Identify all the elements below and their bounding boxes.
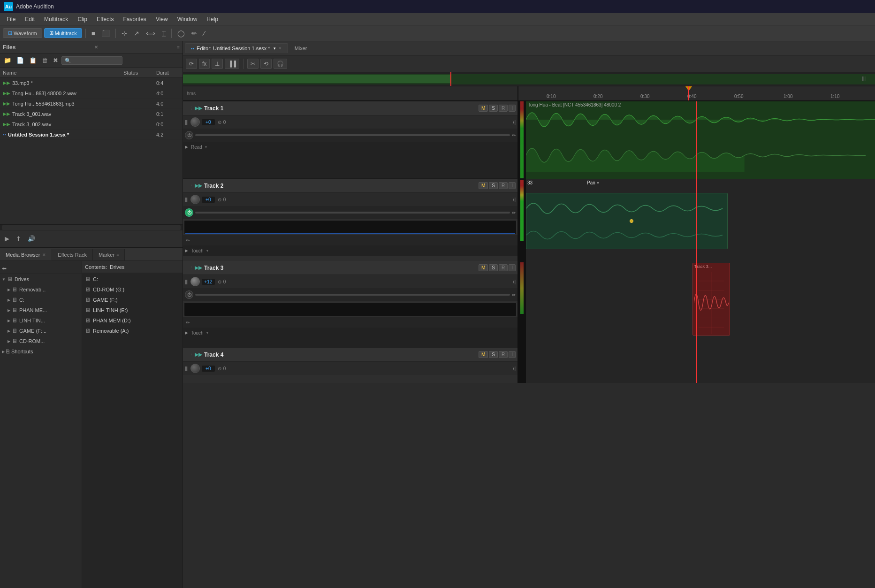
tree-item-cdrom[interactable]: ▶ 🖥 CD-ROM... — [0, 336, 82, 346]
pencil-icon-2b[interactable]: ✏ — [186, 238, 190, 243]
menu-multitrack[interactable]: Multitrack — [39, 15, 73, 23]
list-item[interactable]: 🖥 GAME (F:) — [82, 295, 183, 305]
tree-item-drives[interactable]: ▼ 🖥 Drives — [0, 274, 82, 284]
track-1-solo-button[interactable]: S — [489, 105, 498, 112]
eraser-tool[interactable]: ∕ — [201, 28, 207, 38]
menu-favorites[interactable]: Favorites — [119, 15, 151, 23]
list-item[interactable]: ▶▶ Track 3_001.wav 0:1 — [0, 109, 183, 119]
track-4-solo-button[interactable]: S — [489, 351, 498, 358]
col-duration-header[interactable]: Durat — [156, 70, 180, 76]
track-1-clip[interactable]: Tong Hua - Beat [NCT 4553461863] 48000 2 — [526, 101, 875, 179]
track-1-timeline[interactable]: Tong Hua - Beat [NCT 4553461863] 48000 2 — [526, 101, 875, 179]
pencil-icon-3[interactable]: ✏ — [512, 292, 516, 298]
trash-button[interactable]: ✖ — [51, 56, 60, 65]
power-btn-2[interactable]: ⏻ — [185, 208, 193, 217]
delete-button[interactable]: 🗑 — [40, 56, 50, 65]
track-3-record-button[interactable]: R — [499, 264, 508, 271]
media-back-button[interactable]: ⬅ — [2, 265, 7, 272]
stop-button[interactable]: ■ — [89, 28, 98, 38]
pencil-icon-2[interactable]: ✏ — [512, 210, 516, 215]
list-item[interactable]: ▶▶ Tong Hu...553461863].mp3 4:0 — [0, 99, 183, 109]
tree-item-game[interactable]: ▶ 🖥 GAME (F:... — [0, 326, 82, 336]
menu-help[interactable]: Help — [202, 15, 223, 23]
ripple-button[interactable]: ⟲ — [260, 59, 272, 69]
pencil-tool[interactable]: ✏ — [189, 28, 199, 38]
fader-3[interactable] — [195, 294, 510, 296]
files-search-input[interactable] — [61, 56, 122, 65]
menu-effects[interactable]: Effects — [92, 15, 118, 23]
track-1-record-button[interactable]: R — [499, 105, 508, 112]
auto-touch-btn-2[interactable]: Touch — [188, 248, 206, 254]
track-2-input-button[interactable]: I — [509, 182, 516, 189]
list-item[interactable]: ▶▶ 33.mp3 * 0:4 — [0, 78, 183, 88]
import2-button[interactable]: 📋 — [27, 56, 38, 65]
files-menu-button[interactable]: ≡ — [177, 45, 180, 50]
multitrack-button[interactable]: ⊞ Multitrack — [44, 28, 82, 38]
razor-tool[interactable]: ↗ — [131, 28, 142, 38]
new-folder-button[interactable]: 📁 — [2, 56, 13, 65]
lasso-tool[interactable]: ◯ — [175, 28, 187, 38]
fader-1[interactable] — [195, 134, 510, 136]
list-item[interactable]: ▶▶ Track 3_002.wav 0:0 — [0, 119, 183, 130]
list-item[interactable]: 🖥 C: — [82, 274, 183, 284]
menu-view[interactable]: View — [151, 15, 173, 23]
waveform-button[interactable]: ⊞ Waveform — [3, 28, 42, 38]
track-3-clip[interactable]: Track 3... — [692, 263, 730, 336]
tab-effects-rack[interactable]: Effects Rack — [52, 249, 93, 260]
tree-item-shortcuts[interactable]: ▶ ⎘ Shortcuts — [0, 346, 82, 357]
track-3-mute-button[interactable]: M — [479, 264, 488, 271]
slice-tool[interactable]: ⌶ — [160, 28, 168, 38]
track-4-mute-button[interactable]: M — [479, 351, 488, 358]
list-item[interactable]: 🖥 Removable (A:) — [82, 326, 183, 336]
select-tool[interactable]: ⊹ — [119, 28, 129, 38]
track-4-input-button[interactable]: I — [509, 351, 516, 358]
headphones-button[interactable]: 🎧 — [274, 59, 287, 69]
meters-button[interactable]: ▐▐ — [225, 59, 239, 69]
vol-knob-2[interactable] — [190, 195, 200, 204]
track-2-clip[interactable] — [526, 193, 728, 249]
show-hide-button[interactable]: ⊥ — [212, 59, 223, 69]
cut-time-button[interactable]: ✂ — [247, 59, 259, 69]
auto-read-btn-1[interactable]: Read — [188, 144, 205, 150]
track-3-input-button[interactable]: I — [509, 264, 516, 271]
play-preview-button[interactable]: ▶ — [3, 234, 11, 243]
power-btn-1[interactable]: ⏻ — [185, 131, 193, 139]
track-2-mute-button[interactable]: M — [479, 182, 488, 189]
list-item[interactable]: ▪▪ Untitled Session 1.sesx * 4:2 — [0, 130, 183, 140]
tab-editor-session[interactable]: ▪▪ Editor: Untitled Session 1.sesx * ▾ ✕ — [185, 43, 288, 53]
auto-chevron-1[interactable]: ▾ — [205, 145, 207, 149]
track-1-mute-button[interactable]: M — [479, 105, 488, 112]
vol-knob-4[interactable] — [190, 364, 200, 373]
track-2-record-button[interactable]: R — [499, 182, 508, 189]
list-item[interactable]: 🖥 CD-ROM (G:) — [82, 284, 183, 295]
vol-knob-1[interactable] — [190, 117, 200, 127]
list-item[interactable]: 🖥 PHAN MEM (D:) — [82, 315, 183, 326]
loop-button[interactable]: ⟳ — [186, 59, 197, 69]
files-close-button[interactable]: ✕ — [94, 45, 98, 50]
import-button[interactable]: 📄 — [15, 56, 26, 65]
tree-item-c[interactable]: ▶ 🖥 C: — [0, 295, 82, 305]
auto-chevron-3[interactable]: ▾ — [206, 331, 208, 335]
tree-item-removable[interactable]: ▶ 🖥 Removab... — [0, 284, 82, 295]
vol-knob-3[interactable] — [190, 277, 200, 286]
tracks-scroll[interactable]: ⋮⋮ ▶▶ Track 1 M S R I ||| +0 — [183, 101, 875, 588]
tab-media-browser[interactable]: Media Browser ✕ — [0, 249, 52, 260]
tab-dropdown-icon[interactable]: ▾ — [274, 46, 276, 51]
tree-item-phanmem[interactable]: ▶ 🖥 PHAN ME... — [0, 305, 82, 315]
track-4-record-button[interactable]: R — [499, 351, 508, 358]
tree-item-linhtinh[interactable]: ▶ 🖥 LINH TIN... — [0, 315, 82, 326]
power-btn-3[interactable]: ⏻ — [185, 290, 193, 299]
move-tool[interactable]: ⟺ — [144, 28, 158, 38]
auto-chevron-2[interactable]: ▾ — [206, 249, 208, 253]
track-2-solo-button[interactable]: S — [489, 182, 498, 189]
track-2-timeline[interactable]: 33 Pan ▾ — [526, 179, 875, 261]
list-item[interactable]: 🖥 LINH TINH (E:) — [82, 305, 183, 315]
col-status-header[interactable]: Status — [123, 70, 156, 76]
pencil-icon-1[interactable]: ✏ — [512, 133, 516, 138]
tab-marker[interactable]: Marker ≡ — [93, 249, 125, 260]
insert-button[interactable]: 🔊 — [26, 234, 37, 243]
export-button[interactable]: ⬆ — [14, 234, 23, 243]
session-tab-close[interactable]: ✕ — [278, 46, 282, 51]
media-browser-close[interactable]: ✕ — [42, 252, 46, 257]
pencil-icon-3b[interactable]: ✏ — [186, 320, 190, 325]
